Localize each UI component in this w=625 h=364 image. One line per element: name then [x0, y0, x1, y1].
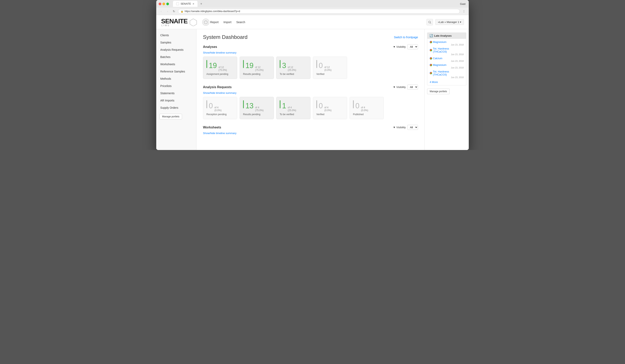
right-panel: 🔄 Late Analyses Magnesium Jun 23, 2018 — [424, 29, 469, 150]
ws-visibility-label[interactable]: ▼ Visibility — [393, 126, 406, 129]
ar-stat-bar-2 — [280, 100, 281, 108]
page-title: System Dashboard — [203, 34, 248, 40]
sidebar-item-reference-samples[interactable]: Reference Samples — [156, 68, 196, 75]
ws-title: Worksheets — [203, 126, 221, 129]
ar-card-4: 0 of 4 (0.0%) Published — [349, 97, 384, 119]
portlet-more-link[interactable]: 4 More — [430, 81, 438, 84]
portlet-body: Magnesium Jun 23, 2018 Tot. Hardness (TH… — [427, 39, 466, 85]
switch-to-frontpage-link[interactable]: Switch to frontpage — [394, 36, 418, 39]
nav-import[interactable]: Import — [223, 21, 232, 24]
portlet-link-4[interactable]: Tot. Hardness (THCaCO3) — [430, 70, 464, 76]
sidebar-item-supply-orders[interactable]: Supply Orders — [156, 104, 196, 111]
portlet-link-2[interactable]: Calcium — [430, 57, 464, 60]
browser-window: SENAITE ✕ + Gast ‹ › ↻ 🔒 https://senaite… — [156, 0, 469, 150]
portlet-date-1: Jun 23, 2018 — [430, 53, 464, 56]
portlet-item-4: Tot. Hardness (THCaCO3) Jun 23, 2018 — [430, 70, 464, 79]
stat-number-1: 19 — [246, 61, 253, 70]
nav-right: »Lab » Manager 1 ▾ — [427, 19, 464, 25]
ar-stat-label-0: Reception pending — [206, 113, 234, 116]
portlet-item-name-2: Calcium — [433, 57, 442, 60]
stat-pct-3: (0.0%) — [324, 69, 331, 71]
ar-stat-pct-3: (0.0%) — [324, 109, 331, 112]
ar-stat-bar-1 — [243, 100, 244, 108]
breadcrumb[interactable]: »Lab » Manager 1 ▾ — [435, 19, 464, 25]
portlet-item-3: Magnesium Jun 23, 2018 — [430, 63, 464, 69]
ar-stat-bar-4 — [353, 100, 354, 108]
url-text: https://senaite.ridingbytes.com/bika-das… — [185, 10, 240, 13]
nav-search[interactable]: Search — [236, 21, 245, 24]
portlet-date-2: Jun 23, 2018 — [430, 60, 464, 62]
manage-portlets-button[interactable]: Manage portlets — [159, 114, 182, 119]
traffic-lights — [159, 3, 169, 5]
ar-section-header: Analysis Requests ▼ Visibility All — [203, 85, 418, 90]
forward-button[interactable]: › — [165, 9, 170, 14]
analyses-timeline-link[interactable]: Show/hide timeline summary — [203, 51, 236, 54]
portlet-link-3[interactable]: Magnesium — [430, 63, 464, 66]
sidebar-item-statements[interactable]: Statements — [156, 90, 196, 97]
minimize-button[interactable] — [162, 3, 165, 5]
logo-hex-icon — [189, 18, 197, 26]
nav-home-icon[interactable] — [202, 19, 209, 26]
portlet-header: 🔄 Late Analyses — [427, 32, 466, 39]
portlet-dot-3 — [430, 64, 432, 66]
stat-pct-2: (25.0%) — [288, 69, 296, 71]
browser-more-button[interactable]: ⋮ — [462, 9, 466, 14]
portlet-item-name-3: Magnesium — [433, 63, 446, 66]
tab-bar: SENAITE ✕ + — [173, 1, 466, 7]
ar-timeline-link[interactable]: Show/hide timeline summary — [203, 91, 236, 94]
ws-visibility-select[interactable]: All — [407, 125, 418, 130]
ar-card-0: 0 of 4 (0.0%) Reception pending — [203, 97, 237, 119]
sidebar-item-ar-imports[interactable]: AR Imports — [156, 97, 196, 104]
ar-stat-number-1: 13 — [246, 102, 253, 110]
ar-stat-pct-1: (75.0%) — [255, 109, 264, 112]
stat-label-2: To be verified — [280, 73, 307, 75]
user-label: Gast — [460, 2, 466, 5]
stat-number-0: 19 — [209, 61, 217, 70]
nav-links: Report Import Search — [210, 21, 245, 24]
nav-report[interactable]: Report — [210, 21, 219, 24]
close-button[interactable] — [159, 3, 161, 5]
search-icon-btn[interactable] — [427, 19, 433, 25]
sidebar-item-samples[interactable]: Samples — [156, 39, 196, 46]
stat-bar-0 — [206, 60, 207, 68]
ar-visibility-select[interactable]: All — [407, 85, 418, 90]
back-button[interactable]: ‹ — [159, 9, 163, 14]
sidebar-item-analysis-requests[interactable]: Analysis Requests — [156, 46, 196, 53]
new-tab-button[interactable]: + — [198, 1, 204, 7]
sidebar-item-worksheets[interactable]: Worksheets — [156, 61, 196, 68]
ws-section-header: Worksheets ▼ Visibility All — [203, 125, 418, 130]
svg-line-3 — [430, 23, 431, 24]
ar-card-3: 0 of 4 (0.0%) Verified — [313, 97, 347, 119]
analyses-visibility-label[interactable]: ▼ Visibility — [393, 45, 406, 48]
sidebar-item-clients[interactable]: Clients — [156, 31, 196, 39]
browser-titlebar: SENAITE ✕ + Gast — [156, 0, 469, 8]
sidebar-item-methods[interactable]: Methods — [156, 75, 196, 82]
maximize-button[interactable] — [166, 3, 169, 5]
portlet-link-0[interactable]: Magnesium — [430, 40, 464, 43]
ar-stat-number-2: 1 — [282, 102, 286, 110]
sidebar-item-batches[interactable]: Batches — [156, 53, 196, 61]
sidebar: Clients Samples Analysis Requests Batche… — [156, 29, 196, 150]
portlet-icon: 🔄 — [430, 34, 433, 37]
analyses-stat-cards: 19 of 12 (75.0%) Assignment pending — [203, 57, 418, 79]
analyses-visibility-select[interactable]: All — [407, 44, 418, 49]
ar-stat-pct-4: (0.0%) — [361, 109, 368, 112]
stat-number-2: 3 — [282, 61, 286, 70]
ws-timeline-link[interactable]: Show/hide timeline summary — [203, 132, 236, 135]
ar-visibility-label[interactable]: ▼ Visibility — [393, 86, 406, 89]
portlet-item-1: Tot. Hardness (THCaCO3) Jun 23, 2018 — [430, 47, 464, 56]
portlet-link-1[interactable]: Tot. Hardness (THCaCO3) — [430, 47, 464, 53]
tab-close-icon[interactable]: ✕ — [192, 3, 194, 5]
browser-tab[interactable]: SENAITE ✕ — [173, 1, 197, 7]
reload-button[interactable]: ↻ — [172, 9, 176, 14]
ar-stat-of-3: of 4 — [324, 106, 331, 109]
ar-stat-of-0: of 4 — [215, 106, 221, 109]
url-bar[interactable]: 🔒 https://senaite.ridingbytes.com/bika-d… — [178, 9, 460, 14]
ar-stat-pct-0: (0.0%) — [215, 109, 221, 112]
stat-of-0: of 12 — [219, 66, 227, 69]
analysis-requests-section: Analysis Requests ▼ Visibility All Show/… — [203, 85, 418, 119]
sidebar-item-pricelists[interactable]: Pricelists — [156, 82, 196, 90]
ar-visibility-icon: ▼ — [393, 86, 395, 89]
manage-portlets-right-button[interactable]: Manage portlets — [427, 89, 450, 94]
ar-title: Analysis Requests — [203, 85, 232, 89]
